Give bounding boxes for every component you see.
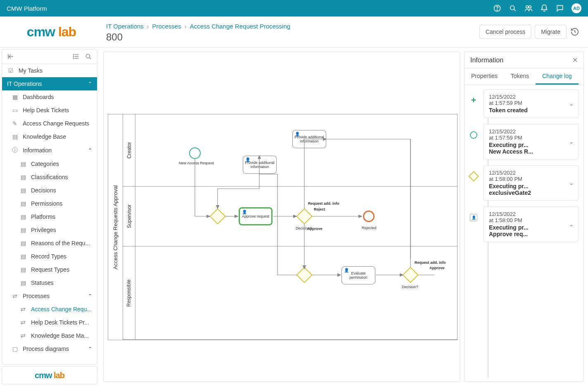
cancel-process-button[interactable]: Cancel process bbox=[479, 25, 532, 39]
doc-icon: ▤ bbox=[19, 213, 27, 220]
log-card[interactable]: 12/15/2022 at 1:57:59 PM Token created ⌄ bbox=[484, 89, 579, 118]
task-provide-info-1[interactable]: 👤Provide additional information bbox=[292, 130, 326, 148]
sidebar-item-request-types[interactable]: ▤Request Types bbox=[2, 263, 97, 276]
circle-icon bbox=[470, 131, 477, 139]
tab-changelog[interactable]: Change log bbox=[536, 69, 579, 85]
migrate-button[interactable]: Migrate bbox=[535, 25, 567, 39]
end-event-rejected[interactable] bbox=[363, 211, 375, 222]
flow-label: Request add. info bbox=[415, 260, 446, 265]
log-sub: exclusiveGate2 bbox=[489, 189, 573, 196]
dashboard-icon: ▦ bbox=[11, 94, 19, 100]
user-icon: 👤 bbox=[245, 157, 250, 162]
start-event[interactable] bbox=[189, 147, 201, 159]
lane-supervisor: Supervisor 👤Approve request Decision? Re… bbox=[123, 187, 457, 246]
log-card[interactable]: 12/15/2022 at 1:57:59 PM Executing pr...… bbox=[484, 124, 579, 159]
sidebar-item-label: Classifications bbox=[31, 174, 68, 180]
svg-point-1 bbox=[497, 10, 497, 10]
sidebar-item-decisions[interactable]: ▤Decisions bbox=[2, 184, 97, 197]
header: cmw lab IT Operations › Processes › Acce… bbox=[0, 17, 588, 47]
chevron-down-icon[interactable]: ⌄ bbox=[569, 221, 574, 227]
tab-tokens[interactable]: Tokens bbox=[504, 69, 536, 85]
chevron-up-icon: ⌃ bbox=[88, 346, 92, 352]
log-marker: + bbox=[469, 89, 478, 118]
sidebar-item-label: IT Operations bbox=[7, 81, 42, 87]
log-item: 12/15/2022 at 1:57:59 PM Executing pr...… bbox=[469, 124, 579, 159]
log-card[interactable]: 12/15/2022 at 1:58:00 PM Executing pr...… bbox=[484, 206, 579, 242]
gateway-3[interactable] bbox=[296, 267, 313, 283]
changelog[interactable]: + 12/15/2022 at 1:57:59 PM Token created… bbox=[465, 85, 583, 381]
sidebar-item-it-operations[interactable]: IT Operations ⌃ bbox=[2, 77, 97, 90]
sidebar-item-dashboards[interactable]: ▦ Dashboards bbox=[2, 90, 97, 104]
svg-point-14 bbox=[86, 54, 90, 58]
lane-label: Creator bbox=[123, 114, 135, 186]
sidebar-item-label: Record Types bbox=[31, 253, 66, 260]
search-icon[interactable] bbox=[509, 4, 517, 12]
gateway-1[interactable] bbox=[209, 208, 226, 225]
sidebar-item-proc-kb[interactable]: ⇄Knowledge Base Ma... bbox=[2, 329, 97, 342]
task-evaluate[interactable]: 👤Evaluate permission bbox=[341, 266, 375, 284]
task-approve[interactable]: 👤Approve request bbox=[239, 207, 273, 225]
breadcrumb-item[interactable]: IT Operations bbox=[106, 23, 144, 30]
svg-point-4 bbox=[526, 6, 529, 8]
chevron-down-icon[interactable]: ⌄ bbox=[569, 138, 574, 145]
diagram-icon: ▢ bbox=[11, 346, 19, 352]
sidebar-item-processes[interactable]: ⇄ Processes ⌃ bbox=[2, 289, 97, 303]
log-date: 12/15/2022 bbox=[489, 94, 573, 100]
sidebar-item-platforms[interactable]: ▤Platforms bbox=[2, 210, 97, 223]
search-icon[interactable] bbox=[84, 52, 93, 61]
sidebar-item-proc-hd[interactable]: ⇄Help Desk Tickets Pr... bbox=[2, 316, 97, 329]
sidebar-item-proc-acr[interactable]: ⇄Access Change Requ... bbox=[2, 303, 97, 316]
help-icon[interactable] bbox=[493, 4, 501, 12]
process-icon: ⇄ bbox=[19, 332, 27, 339]
breadcrumb-item[interactable]: Processes bbox=[152, 23, 181, 30]
users-icon[interactable] bbox=[524, 4, 533, 12]
diamond-icon bbox=[468, 171, 479, 181]
sidebar-item-reasons[interactable]: ▤Reasons of the Requ... bbox=[2, 237, 97, 250]
close-icon[interactable]: ✕ bbox=[572, 56, 578, 64]
footer-logo[interactable]: cmw lab bbox=[2, 366, 97, 384]
log-title: Executing pr... bbox=[489, 224, 573, 231]
log-sub: New Access R... bbox=[489, 148, 573, 155]
doc-icon: ▤ bbox=[19, 266, 27, 273]
sidebar-item-access-change[interactable]: ✎ Access Change Requests bbox=[2, 117, 97, 130]
chat-icon[interactable] bbox=[556, 4, 564, 12]
sidebar-item-label: Decisions bbox=[31, 187, 56, 194]
sidebar-item-information[interactable]: ⓘ Information ⌃ bbox=[2, 143, 97, 157]
log-card[interactable]: 12/15/2022 at 1:58:00 PM Executing pr...… bbox=[484, 165, 579, 201]
chevron-down-icon[interactable]: ⌄ bbox=[569, 100, 574, 107]
history-icon[interactable] bbox=[570, 27, 580, 37]
tab-properties[interactable]: Properties bbox=[465, 69, 504, 85]
gateway-decision-2[interactable] bbox=[402, 267, 419, 283]
chevron-right-icon: › bbox=[185, 23, 187, 30]
user-icon: 👤 bbox=[344, 268, 349, 272]
process-canvas[interactable]: Access Change Requests Approval Creator … bbox=[103, 52, 460, 382]
avatar[interactable]: AD bbox=[571, 3, 581, 13]
task-provide-info-2[interactable]: 👤Provide additional information bbox=[243, 156, 277, 174]
sidebar-item-permissions[interactable]: ▤Permissions bbox=[2, 197, 97, 210]
logo[interactable]: cmw lab bbox=[5, 24, 98, 40]
process-icon: ⇄ bbox=[19, 306, 27, 313]
sidebar-item-my-tasks[interactable]: ☑ My Tasks bbox=[2, 64, 97, 77]
collapse-icon[interactable] bbox=[6, 52, 15, 61]
chevron-down-icon[interactable]: ⌄ bbox=[569, 180, 574, 186]
sidebar-item-process-diagrams[interactable]: ▢ Process diagrams ⌃ bbox=[2, 342, 97, 355]
svg-point-2 bbox=[510, 6, 514, 10]
sidebar-item-statuses[interactable]: ▤Statuses bbox=[2, 276, 97, 289]
breadcrumb-item[interactable]: Access Change Request Processing bbox=[190, 23, 290, 30]
chevron-right-icon: › bbox=[147, 23, 149, 30]
gateway-decision-1[interactable] bbox=[296, 208, 313, 225]
info-title: Information bbox=[470, 57, 503, 64]
sidebar-item-categories[interactable]: ▤Categories bbox=[2, 157, 97, 171]
sidebar-item-helpdesk[interactable]: ▭ Help Desk Tickets bbox=[2, 104, 97, 117]
sidebar-item-knowledge[interactable]: ▤ Knowledge Base bbox=[2, 130, 97, 143]
list-icon[interactable] bbox=[71, 52, 81, 61]
bell-icon[interactable] bbox=[540, 4, 548, 12]
sidebar-item-classifications[interactable]: ▤Classifications bbox=[2, 171, 97, 184]
sidebar-item-label: Reasons of the Requ... bbox=[31, 240, 90, 246]
header-actions: Cancel process Migrate bbox=[479, 25, 580, 39]
log-time: at 1:58:00 PM bbox=[489, 176, 573, 182]
sidebar-item-record-types[interactable]: ▤Record Types bbox=[2, 250, 97, 263]
sidebar-item-label: Knowledge Base Ma... bbox=[31, 332, 89, 339]
sidebar-item-privileges[interactable]: ▤Privileges bbox=[2, 223, 97, 237]
node-label: Rejected bbox=[362, 226, 377, 230]
